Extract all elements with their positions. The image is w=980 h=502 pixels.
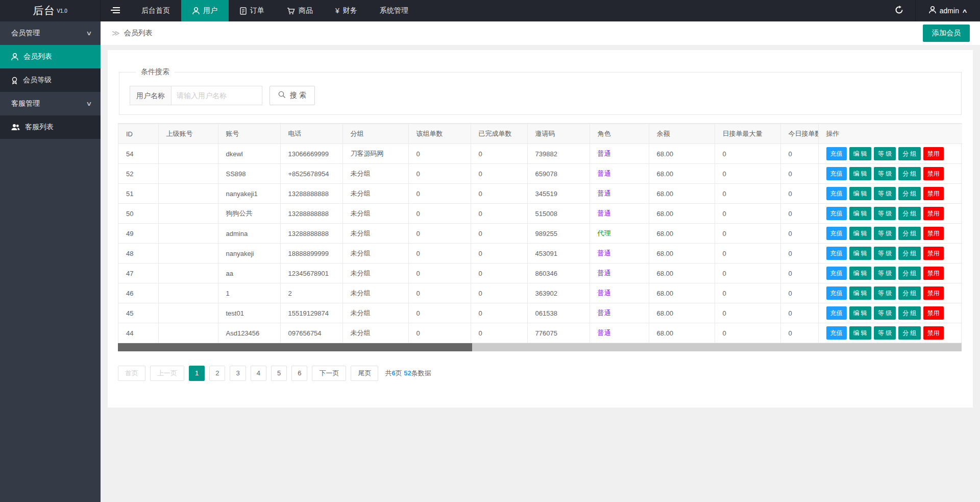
- horizontal-scrollbar[interactable]: [118, 343, 962, 351]
- edit-button[interactable]: 编 辑: [849, 286, 871, 300]
- recharge-button[interactable]: 充值: [826, 306, 847, 320]
- pagination-page-2-button[interactable]: 2: [209, 366, 225, 381]
- cell-id: 50: [118, 204, 158, 224]
- pagination-next-button[interactable]: 下一页: [312, 366, 346, 381]
- group-button[interactable]: 分 组: [898, 326, 920, 340]
- recharge-button[interactable]: 充值: [826, 326, 847, 340]
- nav-item-5[interactable]: ¥财务: [324, 0, 369, 21]
- recharge-button[interactable]: 充值: [826, 147, 847, 160]
- disable-button[interactable]: 禁用: [923, 207, 944, 220]
- edit-button[interactable]: 编 辑: [849, 227, 871, 240]
- group-button[interactable]: 分 组: [898, 247, 920, 260]
- hamburger-menu-button[interactable]: [101, 0, 130, 21]
- admin-menu[interactable]: admin ∧: [915, 0, 980, 21]
- level-button[interactable]: 等 级: [874, 167, 896, 180]
- group-button[interactable]: 分 组: [898, 267, 920, 280]
- refresh-button[interactable]: [884, 0, 915, 21]
- cell-parent: [158, 164, 218, 184]
- disable-button[interactable]: 禁用: [923, 167, 944, 180]
- sidebar-item-会员列表[interactable]: 会员列表: [0, 45, 101, 68]
- disable-button[interactable]: 禁用: [923, 247, 944, 260]
- pagination-prev-button[interactable]: 上一页: [150, 366, 184, 381]
- cell-daily_max: 0: [715, 224, 780, 244]
- level-button[interactable]: 等 级: [874, 187, 896, 200]
- group-button[interactable]: 分 组: [898, 167, 920, 180]
- add-member-button[interactable]: 添加会员: [923, 25, 970, 42]
- cell-completed: 0: [471, 244, 527, 264]
- hamburger-icon: [111, 7, 120, 15]
- edit-button[interactable]: 编 辑: [849, 306, 871, 320]
- horizontal-scrollbar-thumb[interactable]: [118, 343, 472, 351]
- table-row: 51nanyakeji113288888888未分组00345519普通68.0…: [118, 184, 962, 204]
- sidebar-item-label: 会员等级: [23, 76, 52, 85]
- level-button[interactable]: 等 级: [874, 286, 896, 300]
- group-button[interactable]: 分 组: [898, 227, 920, 240]
- nav-item-label: 用户: [203, 6, 217, 15]
- recharge-button[interactable]: 充值: [826, 267, 847, 280]
- sidebar-group-1[interactable]: 会员管理∨: [0, 21, 101, 45]
- cell-account: Asd123456: [218, 323, 280, 343]
- nav-item-3[interactable]: 订单: [229, 0, 276, 21]
- nav-item-6[interactable]: 系统管理: [369, 0, 420, 21]
- edit-button[interactable]: 编 辑: [849, 267, 871, 280]
- pagination-last-button[interactable]: 尾页: [351, 366, 378, 381]
- username-input[interactable]: [172, 86, 262, 105]
- sidebar-item-label: 会员列表: [23, 52, 52, 61]
- pagination-page-1-button[interactable]: 1: [189, 366, 205, 381]
- edit-button[interactable]: 编 辑: [849, 147, 871, 160]
- sidebar-item-会员等级[interactable]: 会员等级: [0, 68, 101, 92]
- nav-item-4[interactable]: 商品: [276, 0, 324, 21]
- cell-id: 49: [118, 224, 158, 244]
- disable-button[interactable]: 禁用: [923, 267, 944, 280]
- column-header: 日接单最大量: [715, 124, 780, 144]
- level-button[interactable]: 等 级: [874, 147, 896, 160]
- edit-button[interactable]: 编 辑: [849, 167, 871, 180]
- recharge-button[interactable]: 充值: [826, 227, 847, 240]
- table-row: 4612未分组00363902普通68.0000充值编 辑等 级分 组禁用: [118, 283, 962, 303]
- cell-group_orders: 0: [408, 283, 471, 303]
- sidebar-group-2[interactable]: 客服管理∨: [0, 92, 101, 115]
- edit-button[interactable]: 编 辑: [849, 326, 871, 340]
- cell-today: 0: [780, 283, 818, 303]
- nav-item-2[interactable]: 用户: [181, 0, 229, 21]
- group-button[interactable]: 分 组: [898, 306, 920, 320]
- pagination-page-3-button[interactable]: 3: [230, 366, 246, 381]
- pagination-page-5-button[interactable]: 5: [271, 366, 287, 381]
- pagination-page-4-button[interactable]: 4: [251, 366, 266, 381]
- edit-button[interactable]: 编 辑: [849, 247, 871, 260]
- group-button[interactable]: 分 组: [898, 207, 920, 220]
- recharge-button[interactable]: 充值: [826, 187, 847, 200]
- recharge-button[interactable]: 充值: [826, 286, 847, 300]
- cell-daily_max: 0: [715, 244, 780, 264]
- level-button[interactable]: 等 级: [874, 207, 896, 220]
- cell-balance: 68.00: [649, 323, 715, 343]
- disable-button[interactable]: 禁用: [923, 227, 944, 240]
- pagination-first-button[interactable]: 首页: [118, 366, 145, 381]
- group-button[interactable]: 分 组: [898, 187, 920, 200]
- edit-button[interactable]: 编 辑: [849, 187, 871, 200]
- recharge-button[interactable]: 充值: [826, 247, 847, 260]
- recharge-button[interactable]: 充值: [826, 167, 847, 180]
- level-button[interactable]: 等 级: [874, 227, 896, 240]
- group-button[interactable]: 分 组: [898, 286, 920, 300]
- sidebar-item-客服列表[interactable]: 客服列表: [0, 115, 101, 139]
- disable-button[interactable]: 禁用: [923, 187, 944, 200]
- cell-phone: 13288888888: [280, 224, 342, 244]
- pagination-page-6-button[interactable]: 6: [291, 366, 307, 381]
- recharge-button[interactable]: 充值: [826, 207, 847, 220]
- disable-button[interactable]: 禁用: [923, 326, 944, 340]
- disable-button[interactable]: 禁用: [923, 306, 944, 320]
- level-button[interactable]: 等 级: [874, 247, 896, 260]
- level-button[interactable]: 等 级: [874, 326, 896, 340]
- cell-group: 未分组: [342, 323, 408, 343]
- nav-item-1[interactable]: 后台首页: [130, 0, 181, 21]
- level-button[interactable]: 等 级: [874, 267, 896, 280]
- edit-button[interactable]: 编 辑: [849, 207, 871, 220]
- search-button[interactable]: 搜 索: [270, 86, 315, 105]
- disable-button[interactable]: 禁用: [923, 286, 944, 300]
- group-button[interactable]: 分 组: [898, 147, 920, 160]
- cell-invite: 515008: [527, 204, 590, 224]
- disable-button[interactable]: 禁用: [923, 147, 944, 160]
- level-button[interactable]: 等 级: [874, 306, 896, 320]
- cell-parent: [158, 204, 218, 224]
